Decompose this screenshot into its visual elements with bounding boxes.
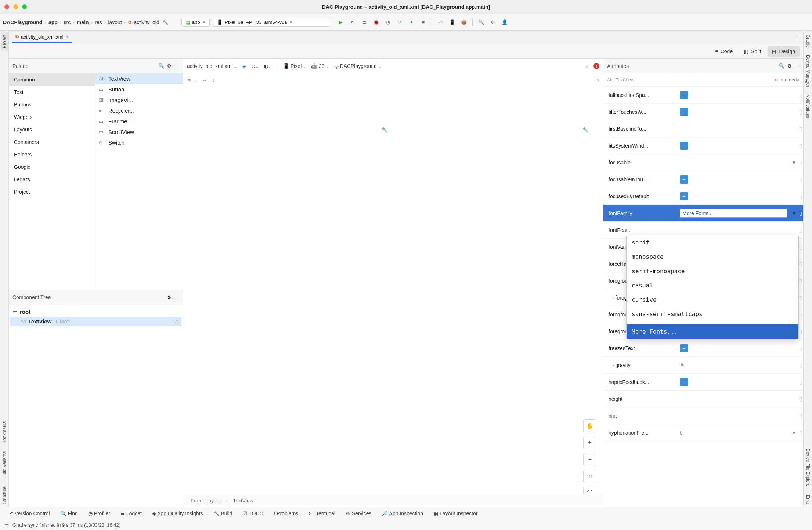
gear-icon[interactable]: ⚙: [490, 19, 496, 26]
apply-icon[interactable]: ✦: [408, 19, 415, 26]
rerun-icon[interactable]: ↻: [349, 19, 356, 26]
night-icon[interactable]: ◐⌄: [264, 63, 271, 69]
palette-category[interactable]: Containers: [9, 136, 95, 148]
coverage-icon[interactable]: ≣: [361, 19, 368, 26]
surface-icon[interactable]: ◈: [242, 63, 246, 69]
zoom-1-1-button[interactable]: 1:1: [583, 470, 596, 483]
chevron-down-icon[interactable]: ▼: [790, 210, 798, 216]
rail-gradle[interactable]: Gradle: [805, 32, 811, 50]
palette-category[interactable]: Google: [9, 161, 95, 173]
minimize-icon[interactable]: —: [795, 63, 800, 69]
canvas-file-dropdown[interactable]: activity_old_xml.xml ⌄: [187, 63, 237, 69]
palette-category[interactable]: Legacy: [9, 173, 95, 186]
breadcrumb-item[interactable]: DACPlayground: [3, 19, 42, 25]
breadcrumb-item[interactable]: res: [95, 19, 102, 25]
bottombar-item[interactable]: 🔨 Build: [213, 511, 232, 516]
breadcrumb-item[interactable]: layout: [108, 19, 122, 25]
attach-icon[interactable]: ⟳: [396, 19, 403, 26]
sync-icon[interactable]: ⟲: [437, 19, 444, 26]
bottombar-item[interactable]: 🔍 Find: [60, 511, 78, 516]
attribute-row[interactable]: › gravity⚑▯: [603, 357, 803, 374]
gear-icon[interactable]: ⚙: [787, 63, 792, 69]
rail-build-variants[interactable]: Build Variants: [1, 449, 8, 480]
search-icon[interactable]: 🔍: [779, 63, 784, 69]
tab-overflow-icon[interactable]: ⋮: [794, 33, 800, 41]
attribute-row[interactable]: filterTouchesW...−▯: [603, 104, 803, 120]
attribute-row[interactable]: hint▯: [603, 407, 803, 424]
font-family-dropdown[interactable]: serifmonospaceserif-monospacecasualcursi…: [626, 235, 799, 339]
updown-icon[interactable]: ↕: [212, 77, 215, 83]
bottombar-item[interactable]: >_ Terminal: [308, 511, 335, 516]
attribute-row[interactable]: focusedByDefault−▯: [603, 188, 803, 205]
view-mode-code[interactable]: ≡ Code: [711, 46, 737, 57]
palette-item[interactable]: ≡Recycler...: [95, 105, 183, 116]
attribute-row[interactable]: height▯: [603, 391, 803, 407]
zoom-out-button[interactable]: −: [583, 453, 596, 466]
attribute-row[interactable]: firstBaselineTo...▯: [603, 120, 803, 137]
pan-icon[interactable]: ✋: [583, 419, 596, 432]
bottombar-item[interactable]: ! Problems: [274, 511, 298, 516]
breadcrumb-item[interactable]: activity_old: [134, 19, 159, 25]
bottombar-item[interactable]: ◈ App Quality Insights: [152, 511, 203, 516]
profile-icon[interactable]: ◔: [385, 19, 391, 26]
gear-icon[interactable]: ⚙: [167, 63, 172, 69]
api-dropdown[interactable]: 🤖 33 ⌄: [311, 63, 329, 69]
tree-textview[interactable]: Ab TextView "Ciao" ⚠: [10, 317, 181, 326]
palette-category[interactable]: Helpers: [9, 148, 95, 161]
bottombar-item[interactable]: ◔ Profiler: [88, 511, 110, 516]
palette-item[interactable]: AbTextView: [95, 73, 183, 84]
bottombar-item[interactable]: ⎇ Version Control: [7, 511, 50, 516]
rail-device-manager[interactable]: Device Manager: [805, 53, 811, 89]
run-config-select[interactable]: ▤ app ▼: [181, 18, 210, 27]
palette-category[interactable]: Project: [9, 186, 95, 198]
dropdown-item[interactable]: casual: [627, 278, 798, 293]
overflow-icon[interactable]: »: [585, 63, 588, 69]
attr-value-input[interactable]: More Fonts...: [680, 209, 787, 218]
rail-device-file-explorer[interactable]: Device File Explorer: [805, 446, 811, 490]
rail-notifications[interactable]: Notifications: [805, 92, 811, 120]
dropdown-item[interactable]: monospace: [627, 250, 798, 264]
palette-category[interactable]: Layouts: [9, 123, 95, 136]
device-select[interactable]: 📱 Pixel_3a_API_33_arm64-v8a ▼: [213, 18, 330, 27]
rail-emulator[interactable]: Emu: [805, 493, 811, 507]
minimize-icon[interactable]: —: [174, 63, 179, 69]
view-icon[interactable]: 👁 ⌄: [187, 77, 197, 83]
bottombar-item[interactable]: ⚙ Services: [346, 511, 372, 516]
crumb-textview[interactable]: TextView: [233, 498, 253, 504]
attribute-row[interactable]: fontFamilyMore Fonts...▼▯: [603, 205, 803, 222]
breadcrumb-item[interactable]: src: [64, 19, 71, 25]
dropdown-item[interactable]: serif-monospace: [627, 264, 798, 278]
minimize-icon[interactable]: [13, 4, 18, 9]
build-icon[interactable]: 🔨: [162, 19, 168, 25]
device-dropdown[interactable]: 📱 Pixel ⌄: [283, 63, 306, 69]
palette-category[interactable]: Common: [9, 73, 95, 86]
palette-category[interactable]: Buttons: [9, 98, 95, 111]
rail-bookmarks[interactable]: Bookmarks: [1, 419, 8, 446]
dropdown-item[interactable]: cursive: [627, 293, 798, 307]
attribute-row[interactable]: focusable▼▯: [603, 154, 803, 171]
run-icon[interactable]: ▶: [338, 19, 344, 26]
stop-icon[interactable]: ■: [420, 19, 426, 26]
debug-icon[interactable]: 🐞: [373, 19, 379, 26]
rail-project[interactable]: Project: [1, 32, 8, 50]
chevron-down-icon[interactable]: ▼: [790, 160, 798, 166]
avd-icon[interactable]: 📱: [449, 19, 455, 26]
chevron-down-icon[interactable]: ▼: [790, 430, 798, 436]
palette-item[interactable]: ▭ScrollView: [95, 127, 183, 137]
dropdown-more-fonts[interactable]: More Fonts...: [627, 324, 798, 339]
view-mode-split[interactable]: ⫿⫿ Split: [739, 46, 765, 57]
bottombar-item[interactable]: 🔎 App Inspection: [382, 511, 423, 516]
attribute-row[interactable]: hyphenationFre...0▼▯: [603, 424, 803, 441]
close-icon[interactable]: [4, 4, 9, 9]
minimize-icon[interactable]: —: [174, 295, 179, 300]
attribute-row[interactable]: focusableInTou...−▯: [603, 171, 803, 188]
crumb-frame[interactable]: FrameLayout: [191, 498, 221, 504]
search-icon[interactable]: 🔍: [158, 63, 164, 69]
zoom-in-button[interactable]: +: [583, 436, 596, 449]
gear-icon[interactable]: ⚙: [167, 295, 172, 300]
orientation-icon[interactable]: ⊘⌄: [251, 63, 259, 69]
arrows-icon[interactable]: ↔: [202, 77, 207, 83]
palette-item[interactable]: ⊙Switch: [95, 137, 183, 148]
canvas-body[interactable]: 🔧 🔧 ✋ + − 1:1 ⛶ FrameLayout › TextView: [183, 87, 603, 507]
palette-item[interactable]: 🖼ImageVi...: [95, 95, 183, 105]
